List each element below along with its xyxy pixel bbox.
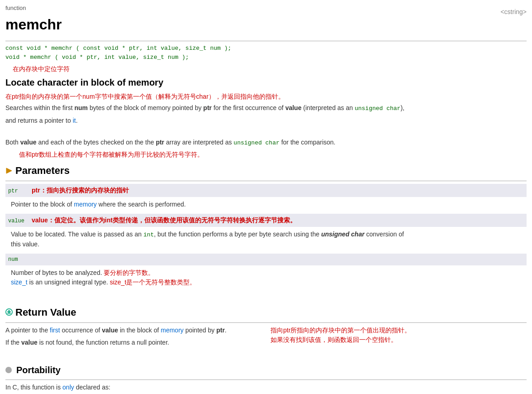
ptr-memory-link: memory	[74, 201, 97, 208]
zh-subtitle: 在内存块中定位字符	[13, 64, 527, 74]
en-desc-close: ),	[400, 104, 404, 111]
return-text-4: pointed by	[184, 327, 216, 334]
portability-en: In C, this function is only declared as:	[5, 383, 527, 392]
num-bold: num	[75, 104, 88, 111]
en-desc-bytes: bytes of the block of memory pointed by	[88, 104, 203, 111]
param-row-ptr: ptr ptr：指向执行搜索的内存块的指针	[5, 184, 527, 197]
svg-marker-0	[6, 168, 12, 173]
size-t-link: size_t	[11, 279, 28, 286]
return-en-2: If the value is not found, the function …	[5, 338, 261, 347]
sig-line2: void * memchr ( void * ptr, int value, s…	[5, 54, 189, 61]
portability-title: Portability	[16, 363, 61, 377]
en-desc-period: .	[76, 117, 78, 124]
sig-line1: const void * memchr ( const void * ptr, …	[5, 45, 231, 52]
return-text-2: occurrence of	[60, 327, 102, 334]
value-detail-1: Value to be located. The value is passed…	[11, 231, 143, 238]
both-ptr: ptr	[156, 139, 164, 146]
both-text: Both	[5, 139, 20, 146]
top-divider	[5, 41, 527, 41]
num-detail-1: Number of bytes to be analyzed.	[11, 269, 104, 276]
num-zh-bytes: 要分析的字节数。	[104, 269, 154, 276]
portability-en-text2: declared as:	[74, 384, 110, 391]
portability-icon	[5, 367, 12, 373]
return-notfound: is not found, the function returns a nul…	[38, 339, 169, 346]
return-divider	[5, 322, 527, 323]
value-unsigned-bold: unsigned char	[321, 231, 365, 238]
return-left: A pointer to the first occurrence of val…	[5, 326, 261, 350]
num-detail-2: is an unsigned integral type.	[28, 279, 110, 286]
portability-header: Portability	[5, 363, 527, 377]
ptr-detail-text: Pointer to the block of	[11, 201, 74, 208]
num-zh-size: size_t是一个无符号整数类型。	[110, 279, 196, 286]
en-main-desc-2: and returns a pointer to it.	[5, 116, 527, 125]
en-desc-interp: (interpreted as an	[301, 104, 355, 111]
both-unsigned: unsigned char	[233, 139, 279, 146]
return-text-3: in the block of	[118, 327, 161, 334]
en-both-desc: Both value and each of the bytes checked…	[5, 138, 527, 148]
return-value-bold2: value	[21, 339, 38, 346]
zh-main-desc: 在ptr指向的内存块的第一个num字节中搜索第一个值（解释为无符号char），并…	[5, 92, 527, 101]
return-text-1: A pointer to the	[5, 327, 50, 334]
param-name-num: num	[8, 255, 26, 264]
value-int-code: int	[143, 231, 154, 238]
portability-divider	[5, 380, 527, 380]
params-divider	[5, 181, 527, 181]
en-desc-for: for the first occurrence of	[212, 104, 285, 111]
return-value-bold: value	[102, 327, 118, 334]
params-icon	[5, 167, 13, 174]
cstring-label: <cstring>	[500, 7, 527, 17]
en-desc-returns: and returns a pointer to	[5, 117, 73, 124]
both-value: value	[20, 139, 37, 146]
both-mid: and each of the bytes checked on the the	[37, 139, 156, 146]
function-label: function	[5, 4, 527, 13]
param-detail-num: Number of bytes to be analyzed. 要分析的字节数。…	[5, 266, 527, 292]
param-name-ptr: ptr	[8, 187, 26, 195]
param-zh-ptr: ptr：指向执行搜索的内存块的指针	[32, 186, 129, 195]
header-row: <cstring> function memchr	[5, 4, 527, 37]
value-detail-3: conversion of	[365, 231, 404, 238]
parameters-header: Parameters	[5, 163, 527, 178]
it-link: it	[73, 117, 76, 124]
parameters-title: Parameters	[15, 163, 70, 178]
return-zh-1: 指向ptr所指向的内存块中的第一个值出现的指针。	[271, 326, 527, 335]
return-en-1: A pointer to the first occurrence of val…	[5, 326, 261, 335]
param-detail-ptr: Pointer to the block of memory where the…	[5, 198, 527, 214]
portability-only-link: only	[62, 384, 74, 391]
page-wrapper: <cstring> function memchr const void * m…	[5, 4, 527, 394]
value-detail-2: , but the function performs a byte per b…	[154, 231, 321, 238]
return-header: Return Value	[5, 305, 527, 320]
return-content: A pointer to the first occurrence of val…	[5, 326, 527, 350]
en-main-desc-1: Searches within the first num bytes of t…	[5, 103, 527, 113]
code-signature: const void * memchr ( const void * ptr, …	[5, 44, 527, 63]
param-row-num: num	[5, 254, 527, 265]
ptr-bold: ptr	[203, 104, 212, 111]
en-title: Locate character in block of memory	[5, 76, 527, 89]
param-name-value: value	[8, 217, 26, 225]
return-ptr-bold: ptr	[216, 327, 225, 334]
page-title: memchr	[5, 14, 527, 35]
both-close: for the comparison.	[280, 139, 336, 146]
value-detail-4: this value.	[11, 240, 39, 248]
zh-both-desc: 值和ptr数组上检查的每个字符都被解释为用于比较的无符号字符。	[19, 150, 527, 159]
return-first-link: first	[50, 327, 60, 334]
value-bold: value	[285, 104, 302, 111]
param-detail-value: Value to be located. The value is passed…	[5, 228, 527, 254]
portability-en-text1: In C, this function is	[5, 384, 62, 391]
return-memory-link: memory	[161, 327, 184, 334]
return-text-5: .	[225, 327, 227, 334]
return-title: Return Value	[15, 305, 76, 320]
return-if: If the	[5, 339, 21, 346]
param-row-value: value value：值定位。该值作为int类型传递，但该函数使用该值的无符号…	[5, 214, 527, 227]
both-end: array are interpreted as	[164, 139, 233, 146]
return-right: 指向ptr所指向的内存块中的第一个值出现的指针。 如果没有找到该值，则函数返回一…	[271, 326, 527, 350]
param-zh-value: value：值定位。该值作为int类型传递，但该函数使用该值的无符号字符转换执行…	[32, 216, 296, 225]
return-icon	[5, 308, 13, 316]
unsigned-char-code: unsigned char	[355, 105, 400, 112]
return-zh-2: 如果没有找到该值，则函数返回一个空指针。	[271, 335, 527, 345]
en-desc-searches: Searches within the first	[5, 104, 75, 111]
ptr-detail-end: where the search is performed.	[97, 201, 186, 208]
